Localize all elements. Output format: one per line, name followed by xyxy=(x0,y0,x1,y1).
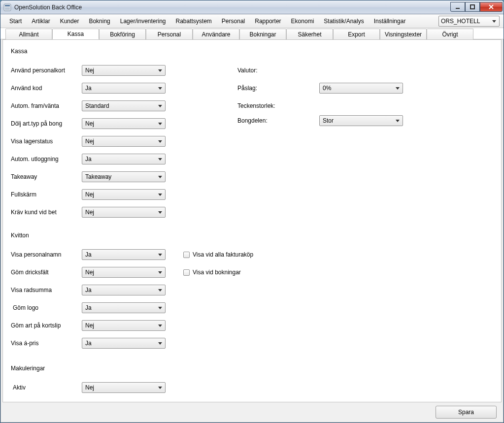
combo-value: Nej xyxy=(85,120,94,127)
menu-bokning[interactable]: Bokning xyxy=(84,16,115,27)
combo-value: Ja xyxy=(85,287,92,293)
menu-personal[interactable]: Personal xyxy=(217,16,250,27)
combo-value: Ja xyxy=(85,304,92,311)
tab-bokforing[interactable]: Bokföring xyxy=(99,29,146,39)
section-title-kassa: Kassa xyxy=(11,48,493,55)
tab-kassa[interactable]: Kassa xyxy=(52,29,99,39)
content-scroll[interactable]: Kassa Använd personalkortNej Använd kodJ… xyxy=(3,40,501,402)
combo-value: Nej xyxy=(85,67,94,74)
save-button[interactable]: Spara xyxy=(436,406,497,419)
combo-visa-lagerstatus[interactable]: Nej xyxy=(82,136,166,147)
tab-label: Övrigt xyxy=(442,31,458,38)
combo-value: Nej xyxy=(85,138,94,145)
close-button[interactable] xyxy=(480,2,503,12)
maximize-button[interactable] xyxy=(465,2,480,12)
combo-visa-personalnamn[interactable]: Ja xyxy=(82,249,166,260)
titlebar: OpenSolution Back Office xyxy=(0,0,504,14)
menu-artiklar[interactable]: Artiklar xyxy=(27,16,55,27)
tab-label: Export xyxy=(348,31,365,38)
combo-paslag[interactable]: 0% xyxy=(319,83,403,94)
menu-installningar[interactable]: Inställningar xyxy=(369,16,411,27)
tab-label: Bokföring xyxy=(110,31,135,38)
combo-value: Nej xyxy=(85,191,94,198)
tab-export[interactable]: Export xyxy=(333,29,380,39)
combo-value: Ja xyxy=(85,251,92,258)
combo-value: 0% xyxy=(323,85,331,92)
label-visa-apris: Visa á-pris xyxy=(11,340,82,347)
label-fullskarm: Fullskärm xyxy=(11,191,82,198)
combo-autom-utloggning[interactable]: Ja xyxy=(82,154,166,164)
menu-statistik[interactable]: Statistik/Analys xyxy=(319,16,369,27)
database-selector[interactable]: ORS_HOTELL xyxy=(438,16,500,27)
window-title: OpenSolution Back Office xyxy=(14,4,82,11)
combo-takeaway[interactable]: Takeaway xyxy=(82,171,166,182)
app-window: OpenSolution Back Office Start Artiklar … xyxy=(0,0,504,423)
database-selector-value: ORS_HOTELL xyxy=(441,18,480,25)
combo-autom-fram-vanta[interactable]: Standard xyxy=(82,100,166,111)
label-paslag: Påslag: xyxy=(237,85,319,92)
minimize-button[interactable] xyxy=(450,2,465,12)
combo-anvand-kod[interactable]: Ja xyxy=(82,83,166,94)
tab-bar: Allmänt Kassa Bokföring Personal Använda… xyxy=(0,28,504,39)
combo-gom-logo[interactable]: Ja xyxy=(82,302,166,313)
tab-label: Användare xyxy=(202,31,230,38)
checkbox-visa-vid-bokningar[interactable] xyxy=(183,269,190,276)
combo-value: Nej xyxy=(85,269,94,276)
label-krav-kund-vid-bet: Kräv kund vid bet xyxy=(11,209,82,216)
label-visa-radsumma: Visa radsumma xyxy=(11,287,82,293)
tab-anvandare[interactable]: Användare xyxy=(193,29,239,39)
svg-rect-1 xyxy=(5,5,10,6)
label-visa-alla-fakturakop: Visa vid alla fakturaköp xyxy=(193,251,253,258)
combo-value: Ja xyxy=(85,340,92,347)
combo-value: Ja xyxy=(85,156,92,163)
label-gom-dricksfalt: Göm dricksfält xyxy=(11,269,82,276)
combo-aktiv[interactable]: Nej xyxy=(82,382,166,393)
svg-rect-2 xyxy=(5,7,10,10)
checkbox-visa-alla-fakturakop[interactable] xyxy=(183,252,190,258)
app-icon xyxy=(3,3,11,11)
tab-label: Visningstexter xyxy=(385,31,422,38)
combo-value: Stor xyxy=(323,117,334,124)
tab-label: Personal xyxy=(158,31,181,38)
combo-value: Nej xyxy=(85,384,94,391)
label-gom-logo: Göm logo xyxy=(11,304,82,311)
menu-lager[interactable]: Lager/inventering xyxy=(115,16,171,27)
section-title-makuleringar: Makuleringar xyxy=(11,365,493,372)
combo-bongdelen[interactable]: Stor xyxy=(319,115,403,126)
tab-ovrigt[interactable]: Övrigt xyxy=(427,29,473,39)
combo-dolj-arttyp-bong[interactable]: Nej xyxy=(82,118,166,129)
label-valutor: Valutor: xyxy=(237,67,319,74)
combo-value: Nej xyxy=(85,322,94,329)
tab-label: Bokningar xyxy=(249,31,276,38)
combo-krav-kund-vid-bet[interactable]: Nej xyxy=(82,207,166,218)
label-autom-utloggning: Autom. utloggning xyxy=(11,156,82,163)
tab-bokningar[interactable]: Bokningar xyxy=(239,29,286,39)
menu-rabattsystem[interactable]: Rabattsystem xyxy=(171,16,217,27)
footer-bar: Spara xyxy=(2,403,502,421)
label-bongdelen: Bongdelen: xyxy=(237,117,319,124)
label-gom-art-kortslip: Göm art på kortslip xyxy=(11,322,82,329)
menu-start[interactable]: Start xyxy=(4,16,27,27)
menu-kunder[interactable]: Kunder xyxy=(55,16,84,27)
combo-visa-radsumma[interactable]: Ja xyxy=(82,285,166,295)
combo-gom-dricksfalt[interactable]: Nej xyxy=(82,267,166,278)
combo-value: Takeaway xyxy=(85,173,111,180)
combo-gom-art-kortslip[interactable]: Nej xyxy=(82,320,166,331)
combo-anvand-personalkort[interactable]: Nej xyxy=(82,65,166,76)
label-anvand-kod: Använd kod xyxy=(11,85,82,92)
label-takeaway: Takeaway xyxy=(11,173,82,180)
combo-value: Ja xyxy=(85,85,92,92)
label-aktiv: Aktiv xyxy=(11,384,82,391)
combo-fullskarm[interactable]: Nej xyxy=(82,189,166,200)
combo-visa-apris[interactable]: Ja xyxy=(82,338,166,349)
content-panel: Kassa Använd personalkortNej Använd kodJ… xyxy=(2,39,502,402)
svg-rect-3 xyxy=(456,8,460,9)
menu-rapporter[interactable]: Rapporter xyxy=(250,16,286,27)
tab-allmant[interactable]: Allmänt xyxy=(5,29,52,39)
label-dolj-arttyp-bong: Dölj art.typ på bong xyxy=(11,120,82,127)
menu-ekonomi[interactable]: Ekonomi xyxy=(286,16,319,27)
tab-sakerhet[interactable]: Säkerhet xyxy=(286,29,333,39)
tab-personal[interactable]: Personal xyxy=(146,29,193,39)
tab-visningstexter[interactable]: Visningstexter xyxy=(380,29,427,39)
svg-rect-4 xyxy=(470,5,474,9)
